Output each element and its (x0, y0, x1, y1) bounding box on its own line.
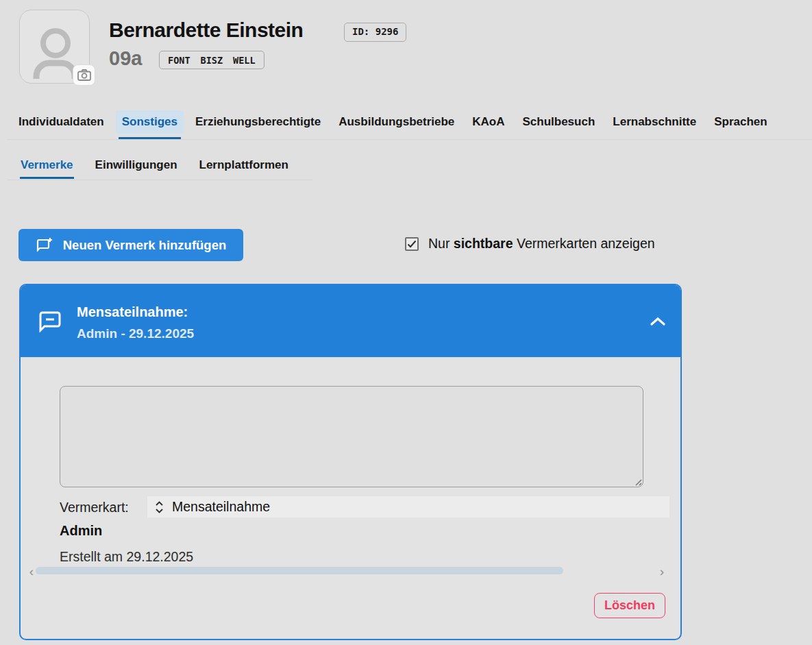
visible-notes-checkbox[interactable] (405, 237, 419, 251)
note-type-value: Mensateilnahme (172, 499, 270, 515)
delete-note-button[interactable]: Löschen (594, 593, 665, 618)
visible-notes-checkbox-label[interactable]: Nur sichtbare Vermerkarten anzeigen (428, 236, 655, 252)
tag-font: FONT (168, 55, 190, 66)
student-id-badge: ID: 9296 (344, 23, 406, 42)
student-name: Bernardette Einstein (109, 19, 303, 42)
tab-kaoa[interactable]: KAoA (466, 110, 510, 134)
add-note-button[interactable]: Neuen Vermerk hinzufügen (19, 229, 243, 261)
student-tags-badge: FONT BISZ WELL (159, 51, 264, 69)
note-card-subtitle: Admin - 29.12.2025 (77, 326, 194, 341)
note-type-select[interactable]: Mensateilnahme (147, 496, 669, 518)
filter-label-prefix: Nur (428, 236, 454, 251)
tab-lernabschnitte[interactable]: Lernabschnitte (606, 110, 702, 134)
note-card: Mensateilnahme: Admin - 29.12.2025 Verme… (19, 284, 682, 640)
collapse-card-button[interactable] (643, 310, 673, 333)
note-text-input[interactable] (60, 386, 643, 487)
note-type-label: Vermerkart: (60, 500, 129, 515)
tab-individualdaten[interactable]: Individualdaten (12, 110, 110, 134)
tag-bisz: BISZ (201, 55, 223, 66)
comment-icon (37, 308, 63, 337)
tab-ausbildungsbetriebe[interactable]: Ausbildungsbetriebe (332, 110, 460, 134)
add-comment-icon (36, 236, 53, 254)
add-note-button-label: Neuen Vermerk hinzufügen (63, 238, 227, 253)
class-label: 09a (109, 47, 142, 70)
sub-tab-divider (7, 180, 312, 180)
tab-sprachen[interactable]: Sprachen (708, 110, 773, 134)
filter-label-bold: sichtbare (454, 236, 513, 251)
scroll-right-arrow[interactable]: › (656, 564, 667, 579)
sub-tab-bar: Vermerke Einwilligungen Lernplattformen (12, 154, 297, 177)
tab-erziehungsberechtigte[interactable]: Erziehungsberechtigte (189, 110, 327, 134)
select-arrows-icon (155, 500, 164, 514)
change-photo-button[interactable] (73, 64, 95, 86)
camera-icon (77, 69, 91, 81)
subtab-vermerke[interactable]: Vermerke (12, 154, 82, 177)
main-tab-divider (7, 139, 812, 140)
tag-well: WELL (233, 55, 256, 66)
note-created-date: Erstellt am 29.12.2025 (60, 549, 193, 565)
horizontal-scrollbar-thumb[interactable] (36, 567, 563, 574)
chevron-up-icon (650, 317, 666, 326)
tab-sonstiges[interactable]: Sonstiges (116, 110, 184, 134)
main-tab-bar: Individualdaten Sonstiges Erziehungsbere… (12, 110, 812, 134)
note-card-header: Mensateilnahme: Admin - 29.12.2025 (21, 285, 680, 357)
checkmark-icon (407, 240, 417, 248)
note-card-title: Mensateilnahme: (77, 304, 188, 320)
tab-schulbesuch[interactable]: Schulbesuch (517, 110, 602, 134)
subtab-einwilligungen[interactable]: Einwilligungen (87, 154, 186, 177)
note-author: Admin (60, 523, 102, 539)
filter-label-suffix: Vermerkarten anzeigen (513, 236, 655, 251)
subtab-lernplattformen[interactable]: Lernplattformen (191, 154, 297, 177)
